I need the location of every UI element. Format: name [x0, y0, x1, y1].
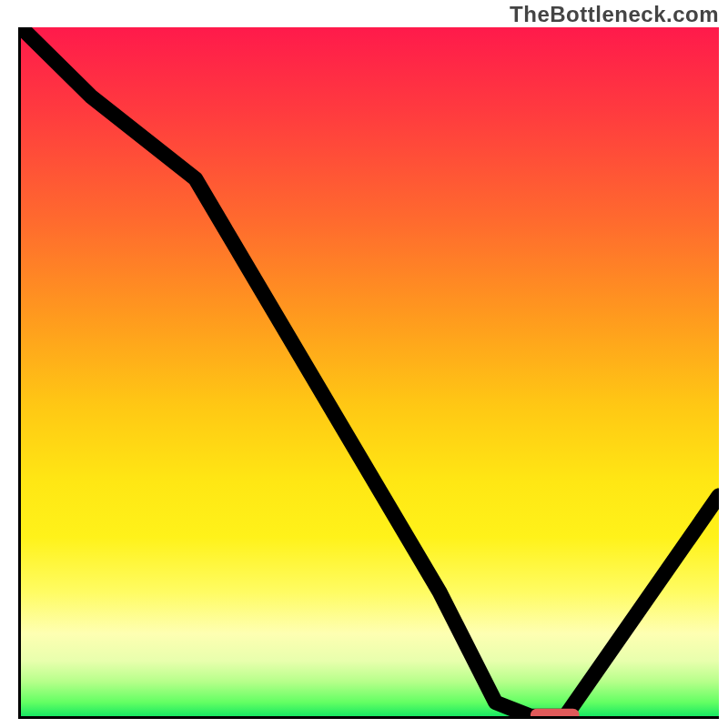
optimal-range-marker — [531, 709, 580, 716]
watermark-text: TheBottleneck.com — [510, 2, 719, 27]
plot-area — [18, 27, 719, 719]
bottleneck-curve — [21, 27, 719, 716]
chart-frame: TheBottleneck.com — [0, 0, 728, 728]
chart-svg — [21, 27, 719, 716]
